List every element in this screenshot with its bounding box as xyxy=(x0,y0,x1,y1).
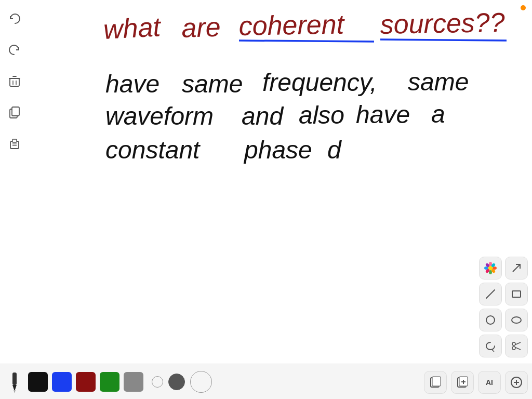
redo-button[interactable] xyxy=(6,42,23,58)
arrow-select-button[interactable] xyxy=(505,257,528,280)
svg-text:have: have xyxy=(105,70,159,98)
undo-button[interactable] xyxy=(6,10,23,27)
svg-point-44 xyxy=(512,342,515,345)
svg-text:what: what xyxy=(103,11,163,45)
rectangle-tool-button[interactable] xyxy=(505,283,528,305)
canvas-area[interactable]: what are coherent sources?? have same fr… xyxy=(29,0,532,364)
brush-medium[interactable] xyxy=(168,374,185,390)
svg-line-46 xyxy=(515,342,521,345)
pages-view-button[interactable] xyxy=(424,371,447,394)
svg-text:constant: constant xyxy=(105,136,201,164)
svg-text:and: and xyxy=(242,102,284,130)
notification-dot xyxy=(521,5,526,10)
copy-button[interactable] xyxy=(6,104,23,121)
svg-text:phase: phase xyxy=(243,136,312,164)
svg-rect-6 xyxy=(12,107,19,116)
photos-button[interactable] xyxy=(479,257,502,280)
paste-button[interactable] xyxy=(6,135,23,152)
svg-text:sources??: sources?? xyxy=(380,7,505,39)
svg-line-39 xyxy=(486,290,495,298)
svg-marker-50 xyxy=(14,390,16,393)
delete-button[interactable] xyxy=(6,73,23,89)
brush-large[interactable] xyxy=(190,371,212,393)
handwriting-content: what are coherent sources?? have same fr… xyxy=(29,0,532,364)
line-tool-button[interactable] xyxy=(479,283,502,305)
color-blue[interactable] xyxy=(52,372,72,392)
oval-tool-button[interactable] xyxy=(505,309,528,331)
svg-line-14 xyxy=(239,41,374,42)
svg-text:same: same xyxy=(408,68,469,96)
svg-point-42 xyxy=(512,317,521,323)
svg-text:same: same xyxy=(182,70,243,98)
lasso-tool-button[interactable] xyxy=(479,335,502,357)
color-green[interactable] xyxy=(100,372,119,392)
svg-line-38 xyxy=(513,264,520,272)
rt-row-2 xyxy=(479,283,528,305)
brush-small[interactable] xyxy=(152,376,163,388)
rt-row-3 xyxy=(479,309,528,331)
ai-label: AI xyxy=(486,378,493,387)
svg-line-43 xyxy=(492,350,494,352)
svg-line-16 xyxy=(380,39,507,41)
svg-point-41 xyxy=(486,316,495,324)
svg-rect-0 xyxy=(10,78,19,86)
svg-text:have: have xyxy=(356,101,410,128)
svg-text:are: are xyxy=(181,11,221,43)
circle-tool-button[interactable] xyxy=(479,309,502,331)
left-toolbar xyxy=(0,0,29,399)
more-options-button[interactable] xyxy=(505,371,528,394)
svg-point-45 xyxy=(512,347,515,350)
color-darkred[interactable] xyxy=(76,372,96,392)
pen-tool-icon[interactable] xyxy=(5,369,24,394)
svg-text:coherent: coherent xyxy=(238,9,345,41)
svg-text:also: also xyxy=(299,101,344,129)
svg-rect-8 xyxy=(12,139,17,142)
add-page-button[interactable] xyxy=(451,371,474,394)
svg-text:d: d xyxy=(327,136,342,164)
svg-text:a: a xyxy=(431,100,445,128)
svg-rect-40 xyxy=(512,291,521,297)
color-gray[interactable] xyxy=(124,372,143,392)
right-toolbar xyxy=(479,257,528,357)
svg-rect-48 xyxy=(12,373,17,385)
svg-rect-52 xyxy=(432,377,441,386)
svg-line-47 xyxy=(515,348,521,350)
svg-text:waveform: waveform xyxy=(105,102,214,130)
scissors-button[interactable] xyxy=(505,335,528,357)
ai-button[interactable]: AI xyxy=(478,371,501,394)
rt-row-4 xyxy=(479,335,528,357)
bottom-right-toolbar: AI xyxy=(424,371,528,394)
rt-row-1 xyxy=(479,257,528,280)
color-black[interactable] xyxy=(28,372,48,392)
svg-text:frequency,: frequency, xyxy=(262,69,377,96)
